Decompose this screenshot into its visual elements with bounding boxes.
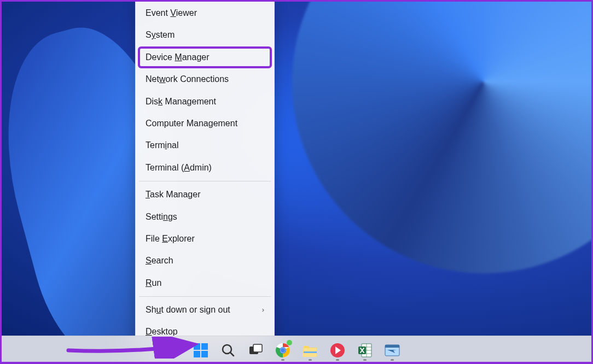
menu-item-label: Terminal (Admin)	[146, 162, 212, 174]
menu-task-manager[interactable]: Task Manager	[138, 184, 272, 206]
task-view-icon	[248, 343, 263, 357]
menu-item-label: Disk Management	[146, 96, 216, 108]
menu-settings[interactable]: Settings	[138, 206, 272, 228]
menu-item-label: Terminal	[146, 139, 178, 151]
menu-terminal-admin[interactable]: Terminal (Admin)	[138, 157, 272, 179]
svg-point-11	[281, 348, 285, 353]
windows-logo-icon	[194, 343, 208, 357]
menu-item-label: Settings	[146, 211, 177, 223]
menu-item-label: Task Manager	[146, 189, 201, 201]
menu-item-label: Device Manager	[146, 51, 210, 63]
menu-file-explorer[interactable]: File Explorer	[138, 228, 272, 250]
svg-rect-7	[253, 344, 262, 352]
task-view-button[interactable]	[244, 339, 267, 362]
menu-event-viewer[interactable]: Event Viewer	[138, 2, 272, 24]
folder-icon	[303, 344, 318, 357]
menu-shutdown[interactable]: Shut down or sign out›	[138, 299, 272, 321]
run-app-button[interactable]	[381, 339, 404, 362]
menu-computer-management[interactable]: Computer Management	[138, 113, 272, 134]
winx-context-menu: Event ViewerSystemDevice ManagerNetwork …	[135, 0, 275, 346]
file-explorer-button[interactable]	[299, 339, 322, 362]
search-icon	[221, 343, 235, 357]
menu-item-label: Computer Management	[146, 118, 237, 130]
excel-icon	[357, 343, 373, 358]
svg-line-5	[230, 353, 234, 356]
svg-rect-12	[304, 351, 317, 353]
menu-item-label: Event Viewer	[146, 7, 197, 19]
circle-app-icon	[330, 343, 345, 358]
chrome-button[interactable]	[271, 339, 294, 362]
svg-rect-3	[201, 351, 208, 357]
excel-button[interactable]	[353, 339, 376, 362]
run-icon	[385, 344, 400, 356]
menu-disk-management[interactable]: Disk Management	[138, 91, 272, 113]
menu-separator	[139, 181, 271, 181]
chevron-right-icon: ›	[262, 305, 264, 315]
menu-item-label: Network Connections	[146, 73, 229, 85]
menu-network-connections[interactable]: Network Connections	[138, 68, 272, 90]
start-button[interactable]	[189, 339, 212, 362]
taskbar	[0, 336, 593, 364]
svg-rect-1	[201, 343, 208, 350]
menu-separator	[139, 296, 271, 297]
quick-assist-button[interactable]	[326, 339, 349, 362]
menu-item-label: File Explorer	[146, 233, 195, 245]
menu-item-label: System	[146, 29, 175, 41]
menu-device-manager[interactable]: Device Manager	[138, 46, 272, 68]
search-button[interactable]	[217, 339, 240, 362]
menu-terminal[interactable]: Terminal	[138, 134, 272, 156]
menu-run[interactable]: Run	[138, 272, 272, 294]
menu-search[interactable]: Search	[138, 250, 272, 272]
svg-rect-2	[194, 351, 200, 357]
menu-item-label: Run	[146, 277, 161, 289]
menu-item-label: Shut down or sign out	[146, 304, 230, 316]
menu-item-label: Search	[146, 255, 173, 267]
desktop-wallpaper	[0, 0, 593, 336]
menu-system[interactable]: System	[138, 24, 272, 46]
svg-rect-0	[194, 343, 200, 350]
svg-rect-21	[385, 345, 399, 348]
